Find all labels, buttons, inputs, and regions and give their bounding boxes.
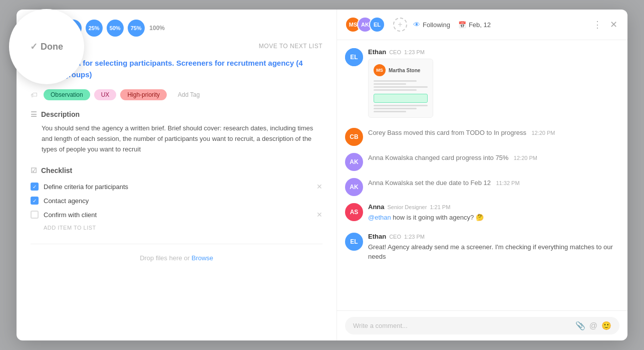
progress-50[interactable]: 50% <box>107 20 124 37</box>
activity-body: Anna Kowalska changed card progress into… <box>368 153 537 163</box>
eye-icon: 👁 <box>413 21 420 29</box>
avatar-ethan-2: EL <box>345 233 363 251</box>
doc-line <box>374 83 406 85</box>
doc-preview-header: MS Martha Stone <box>374 64 428 76</box>
progress-75[interactable]: 75% <box>128 20 145 37</box>
chat-message-anna: AS Anna Senior Designer 1:21 PM @ethan h… <box>345 203 619 223</box>
activity-message: AK Anna Kowalska changed card progress i… <box>345 153 619 171</box>
tag-ux[interactable]: UX <box>94 89 117 100</box>
checkbox-2[interactable]: ✓ <box>31 197 39 205</box>
chat-message-ethan-2: EL Ethan CEO 1:23 PM Great! Agency alrea… <box>345 233 619 262</box>
drop-label: Drop files here or <box>140 254 191 262</box>
checklist-section: ☑ Checklist ✓ Define criteria for partic… <box>31 166 323 234</box>
avatar-anna-k-1: AK <box>345 153 363 171</box>
chat-body-ethan-2: Ethan CEO 1:23 PM Great! Agency already … <box>368 233 619 262</box>
doc-line <box>374 86 428 88</box>
drop-zone: Drop files here or Browse <box>31 244 323 272</box>
checklist-item-text: Confirm with client <box>44 211 97 219</box>
tag-observation[interactable]: Observation <box>44 89 90 100</box>
date-button[interactable]: 📅 Feb, 12 <box>458 21 491 29</box>
modal-overlay: ✓ Done Progress: 0% 25% 50% 75% 100% In … <box>0 0 644 350</box>
chat-meta-anna: Anna Senior Designer 1:21 PM <box>368 203 619 211</box>
more-options-button[interactable]: ⋮ <box>591 18 604 31</box>
checkbox-1[interactable]: ✓ <box>31 183 39 191</box>
comment-actions: 📎 @ 🙂 <box>575 321 611 330</box>
modal-container: Progress: 0% 25% 50% 75% 100% In progres… <box>17 10 627 340</box>
doc-person-name: Martha Stone <box>389 68 420 73</box>
chat-time-1: 1:23 PM <box>404 49 425 55</box>
tag-icon: 🏷 <box>31 91 38 99</box>
following-label: Following <box>423 21 450 29</box>
activity-message: CB Corey Bass moved this card from TODO … <box>345 128 619 146</box>
avatars-group: MS AK EL <box>345 17 385 33</box>
chat-role-ethan-2: CEO <box>389 234 401 240</box>
add-member-button[interactable]: + <box>393 18 407 32</box>
close-button[interactable]: ✕ <box>608 18 619 31</box>
chat-area[interactable]: EL Ethan CEO 1:23 PM MS Martha Stone <box>337 40 627 310</box>
doc-green-highlight <box>374 94 428 103</box>
doc-line <box>374 80 417 82</box>
calendar-icon: 📅 <box>458 21 466 29</box>
add-item-button[interactable]: ADD ITEM TO LIST <box>31 222 96 234</box>
chat-text-anna: @ethan how is it going with agency? 🤔 <box>368 213 619 223</box>
chat-time-anna: 1:21 PM <box>430 204 450 210</box>
chat-role-anna: Senior Designer <box>388 204 427 210</box>
activity-time-anna-k-1: 12:20 PM <box>514 155 537 161</box>
chat-time-ethan-2: 1:23 PM <box>404 234 425 240</box>
move-to-next[interactable]: MOVE TO NEXT LIST <box>259 43 323 50</box>
chat-meta-1: Ethan CEO 1:23 PM <box>368 48 619 56</box>
progress-100[interactable]: 100% <box>149 20 166 37</box>
description-icon: ☰ <box>31 110 37 118</box>
doc-line <box>374 89 417 91</box>
activity-body: Corey Bass moved this card from TODO to … <box>368 128 555 138</box>
description-title: Description <box>41 110 80 118</box>
chat-name-ethan-2: Ethan <box>368 233 386 240</box>
avatar-anna: AS <box>345 203 363 221</box>
doc-lines <box>374 80 428 91</box>
checklist-item: ✓ Define criteria for participants ✕ <box>31 180 323 194</box>
checklist-header: ☑ Checklist <box>31 166 323 174</box>
tag-high-priority[interactable]: High-priority <box>120 89 167 100</box>
mention-button[interactable]: @ <box>589 321 597 330</box>
svg-text:EL: EL <box>350 54 358 61</box>
attach-button[interactable]: 📎 <box>575 321 585 330</box>
doc-line <box>374 111 406 112</box>
comment-area: 📎 @ 🙂 <box>337 310 627 340</box>
activity-body: Anna Kowalska set the due date to Feb 12… <box>368 178 520 188</box>
checkbox-3[interactable] <box>31 211 39 219</box>
progress-25[interactable]: 25% <box>86 20 103 37</box>
right-header: MS AK EL + 👁 Following 📅 Feb, 12 ⋮ ✕ <box>337 10 627 40</box>
avatar-ethan-1: EL <box>345 48 363 66</box>
tag-add[interactable]: Add Tag <box>171 89 207 100</box>
doc-line <box>374 108 417 109</box>
chat-body-1: Ethan CEO 1:23 PM MS Martha Stone <box>368 48 619 118</box>
emoji-button[interactable]: 🙂 <box>601 321 611 330</box>
document-preview: MS Martha Stone <box>368 59 433 118</box>
description-header: ☰ Description <box>31 110 323 118</box>
activity-text-anna-k-2: Anna Kowalska set the due date to Feb 12 <box>368 179 491 187</box>
browse-link[interactable]: Browse <box>191 254 213 262</box>
right-panel: MS AK EL + 👁 Following 📅 Feb, 12 ⋮ ✕ <box>337 10 627 340</box>
comment-input-wrap: 📎 @ 🙂 <box>345 317 619 334</box>
checklist-title: Checklist <box>41 166 72 174</box>
chat-text-ethan-2: Great! Agency already send me a screener… <box>368 242 619 262</box>
date-label: Feb, 12 <box>469 21 491 29</box>
delete-item-1[interactable]: ✕ <box>316 183 323 191</box>
description-text: You should send the agency a written bri… <box>31 123 323 154</box>
chat-name-anna: Anna <box>368 203 385 211</box>
activity-time-anna-k-2: 11:32 PM <box>496 180 519 186</box>
doc-line <box>374 105 428 106</box>
chat-role-ethan: CEO <box>389 49 401 55</box>
checklist-item: Confirm with client ✕ <box>31 208 323 222</box>
done-bubble[interactable]: ✓ Done <box>9 9 84 84</box>
activity-message: AK Anna Kowalska set the due date to Feb… <box>345 178 619 196</box>
following-button[interactable]: 👁 Following <box>413 21 450 29</box>
checklist-icon: ☑ <box>31 166 37 174</box>
delete-item-3[interactable]: ✕ <box>316 211 323 219</box>
tags-row: 🏷 Observation UX High-priority Add Tag <box>31 89 323 100</box>
checklist-item: ✓ Contact agency <box>31 194 323 208</box>
doc-lines-2 <box>374 105 428 112</box>
comment-input[interactable] <box>353 322 571 329</box>
avatar-3: EL <box>369 17 385 33</box>
done-label: Done <box>41 42 63 52</box>
